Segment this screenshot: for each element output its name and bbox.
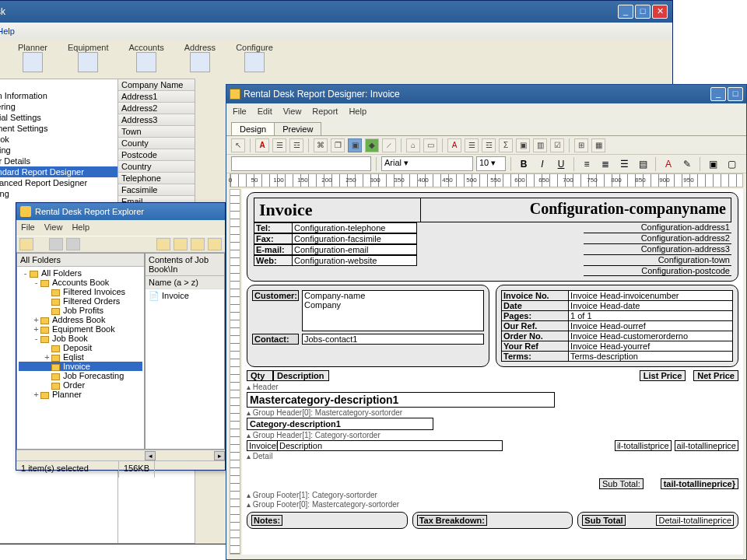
tree-item[interactable]: Filtered Invoices xyxy=(19,287,142,296)
memo-tool-icon[interactable]: ☰ xyxy=(272,138,286,152)
band-group-footer-0[interactable]: Group Footer[0]: Mastercategory-sortorde… xyxy=(247,500,738,509)
company-name-field[interactable]: Configuration-companyname xyxy=(421,198,731,222)
tree-item[interactable]: -Job Book xyxy=(19,334,142,343)
highlight-icon[interactable]: ✎ xyxy=(679,156,695,172)
underline-button[interactable]: U xyxy=(553,156,569,172)
customer-region[interactable]: Customer: Contact: Company-name Company … xyxy=(247,285,489,367)
detail-desc-field[interactable]: Description xyxy=(277,440,503,451)
designer-menu-help[interactable]: Help xyxy=(349,107,366,116)
invoice-info-region[interactable]: Invoice No.Invoice Head-invoicenumberDat… xyxy=(496,285,738,367)
nav-item[interactable]: Advanced Report Designer xyxy=(0,177,117,188)
tb-planner[interactable]: Planner xyxy=(18,43,47,75)
band-header[interactable]: Header xyxy=(247,383,738,391)
nav-item[interactable]: Reporting xyxy=(0,145,117,156)
tree-item[interactable]: Job Forecasting xyxy=(19,371,142,380)
nav-item[interactable]: Numbering xyxy=(0,101,117,112)
designer-minimize-icon[interactable]: _ xyxy=(710,87,726,101)
contents-column-name[interactable]: Name (a > z) xyxy=(146,276,224,289)
detail-list-field[interactable]: il-totallistprice xyxy=(615,440,672,451)
nav-item[interactable]: System Information xyxy=(0,90,117,101)
nav-item[interactable]: Users xyxy=(0,79,117,90)
minimize-icon[interactable]: _ xyxy=(618,5,633,19)
field-list-item[interactable]: Telephone xyxy=(118,173,195,184)
explorer-menu-view[interactable]: View xyxy=(44,222,63,233)
view-icon-1[interactable] xyxy=(156,238,170,250)
crosstab-tool-icon[interactable]: ▦ xyxy=(591,138,605,152)
subtotal-label[interactable]: Sub Total: xyxy=(599,478,644,489)
report-canvas[interactable]: Invoice Configuration-companyname Tel:Co… xyxy=(242,189,743,555)
designer-menu-edit[interactable]: Edit xyxy=(258,107,272,116)
shape-tool-icon[interactable]: ◆ xyxy=(365,138,379,152)
up-folder-icon[interactable] xyxy=(19,238,33,250)
dbimage-tool-icon[interactable]: ▣ xyxy=(516,138,530,152)
print-icon[interactable] xyxy=(49,238,63,250)
column-headers-row[interactable]: Qty Description List Price Net Price xyxy=(247,370,738,381)
invoice-label[interactable]: Invoice xyxy=(254,198,421,222)
field-list-item[interactable]: Address1 xyxy=(118,91,195,103)
field-list-item[interactable]: Company Name xyxy=(118,79,195,91)
system-var-icon[interactable]: ⌘ xyxy=(314,138,328,152)
field-list-item[interactable]: Address2 xyxy=(118,103,195,114)
field-list-item[interactable]: Country xyxy=(118,161,195,173)
pointer-icon[interactable]: ↖ xyxy=(231,138,245,152)
align-right-icon[interactable]: ☰ xyxy=(616,156,632,172)
preview-icon[interactable] xyxy=(66,238,80,250)
tree-item[interactable]: +Equipment Book xyxy=(19,324,142,334)
tree-item[interactable]: Filtered Orders xyxy=(19,296,142,306)
line-tool-icon[interactable]: ⟋ xyxy=(382,138,396,152)
dbcalc-tool-icon[interactable]: Σ xyxy=(499,138,513,152)
scroll-right-icon[interactable]: ▸ xyxy=(214,451,225,460)
align-justify-icon[interactable]: ▤ xyxy=(635,156,651,172)
view-icon-4[interactable] xyxy=(208,238,222,250)
band-group-header-1[interactable]: Group Header[1]: Category-sortorder xyxy=(247,431,738,439)
tb-equipment[interactable]: Equipment xyxy=(68,43,109,75)
designer-menu-view[interactable]: View xyxy=(283,107,302,116)
contact-field[interactable]: Jobs-contact1 xyxy=(302,334,484,345)
notes-region[interactable]: Notes: xyxy=(247,512,408,529)
nav-item[interactable]: Standard Report Designer xyxy=(0,166,117,177)
horizontal-scrollbar[interactable]: ◂ ▸ xyxy=(16,450,225,460)
field-list-item[interactable]: Facsimile xyxy=(118,184,195,196)
tree-item[interactable]: Job Profits xyxy=(19,306,142,315)
maximize-icon[interactable]: □ xyxy=(635,5,651,19)
config-postcode-field[interactable]: Configuration-postcode xyxy=(584,266,731,276)
scroll-left-icon[interactable]: ◂ xyxy=(145,451,156,460)
dbcheck-tool-icon[interactable]: ☑ xyxy=(550,138,564,152)
tree-item[interactable]: -All Folders xyxy=(19,268,142,278)
align-center-icon[interactable]: ≣ xyxy=(598,156,613,172)
tree-item[interactable]: +Planner xyxy=(19,390,142,399)
list-item[interactable]: 📄 Invoice xyxy=(146,289,224,303)
nav-item[interactable]: Financial Settings xyxy=(0,112,117,123)
font-color-icon[interactable]: A xyxy=(661,156,676,172)
explorer-titlebar[interactable]: Rental Desk Report Explorer xyxy=(16,203,225,220)
label-tool-icon[interactable]: A xyxy=(255,138,269,152)
view-icon-3[interactable] xyxy=(191,238,205,250)
send-back-icon[interactable]: ▢ xyxy=(724,156,739,172)
subreport-tool-icon[interactable]: ▭ xyxy=(423,138,437,152)
nav-item[interactable]: Job Book xyxy=(0,134,117,145)
mastercategory-field[interactable]: Mastercategory-description1 xyxy=(247,392,555,408)
detail-net-field[interactable]: ail-totallineprice xyxy=(675,440,738,451)
explorer-menu-help[interactable]: Help xyxy=(72,222,89,233)
richtext-tool-icon[interactable]: ☲ xyxy=(289,138,303,152)
report-header-region[interactable]: Invoice Configuration-companyname Tel:Co… xyxy=(247,192,738,282)
field-list-item[interactable]: Address3 xyxy=(118,114,195,126)
menu-help[interactable]: Help xyxy=(0,26,15,36)
nav-item[interactable]: Your Details xyxy=(0,156,117,166)
dbmemo-tool-icon[interactable]: ☰ xyxy=(465,138,479,152)
explorer-menu-file[interactable]: File xyxy=(21,222,35,233)
subtotal-value-field[interactable]: tail-totallineprice} xyxy=(661,478,738,489)
tree-item[interactable]: Invoice xyxy=(19,362,142,371)
nav-item[interactable]: Importing xyxy=(0,188,117,199)
font-selector[interactable]: Arial ▾ xyxy=(381,156,473,171)
region-tool-icon[interactable]: ⌂ xyxy=(406,138,420,152)
band-group-footer-1[interactable]: Group Footer[1]: Category-sortorder xyxy=(247,491,738,499)
tab-design[interactable]: Design xyxy=(231,122,275,135)
tab-preview[interactable]: Preview xyxy=(274,122,321,135)
table-tool-icon[interactable]: ⊞ xyxy=(574,138,588,152)
category-field[interactable]: Category-description1 xyxy=(247,418,433,430)
italic-button[interactable]: I xyxy=(535,156,550,172)
main-titlebar[interactable]: talDesk _ □ ✕ xyxy=(0,1,672,23)
object-selector[interactable] xyxy=(231,156,371,171)
customer-company-field[interactable]: Company-name Company xyxy=(302,290,484,331)
